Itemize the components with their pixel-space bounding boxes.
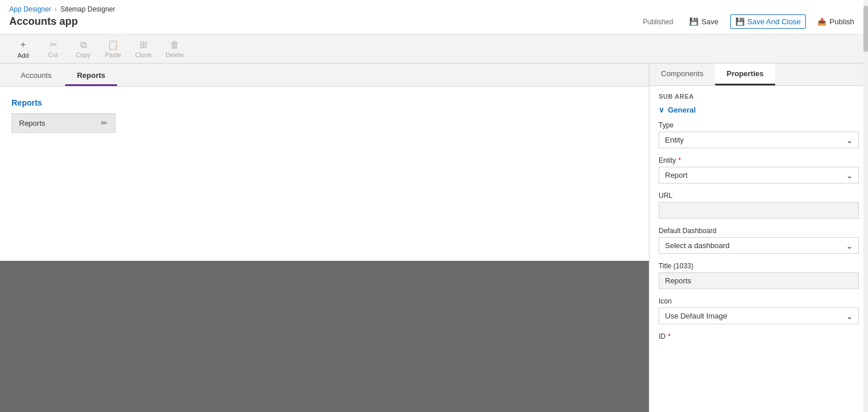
clone-icon: ⊞ [140,39,147,50]
entity-required-star: * [678,156,681,164]
title-label: Title (1033) [659,262,859,270]
chevron-down-icon: ∨ [659,106,664,114]
icon-select-wrapper: Use Default Image Custom [659,308,859,324]
default-dashboard-select-wrapper: Select a dashboard [659,237,859,254]
type-label: Type [659,121,859,129]
panel-tab-components[interactable]: Components [649,63,715,85]
toolbar: ＋ Add ✂ Cut ⧉ Copy 📋 Paste ⊞ Clone 🗑 Del… [0,35,868,63]
right-panel: Components Properties SUB AREA ∨ General… [649,63,868,412]
entity-select-wrapper: Report Account Contact Lead Opportunity [659,167,859,183]
entity-field-group: Entity * Report Account Contact Lead Opp… [659,156,859,183]
add-button[interactable]: ＋ Add [9,36,37,61]
edit-icon[interactable]: ✏ [101,118,108,128]
general-section-label: General [668,106,696,114]
title-input[interactable] [659,272,859,289]
breadcrumb: App Designer › Sitemap Designer [9,5,859,13]
breadcrumb-chevron: › [55,6,57,13]
save-button[interactable]: 💾 Save [685,15,723,28]
type-select[interactable]: Entity URL Web Resource Custom [659,132,859,148]
cut-label: Cut [48,51,58,58]
url-label: URL [659,192,859,200]
icon-field-group: Icon Use Default Image Custom [659,297,859,324]
default-dashboard-select[interactable]: Select a dashboard [659,237,859,254]
id-field-group: ID * [659,332,859,340]
delete-label: Delete [166,51,184,58]
title-field-group: Title (1033) [659,262,859,289]
clone-label: Clone [135,51,152,58]
default-dashboard-field-group: Default Dashboard Select a dashboard [659,227,859,254]
app-title: Accounts app [9,16,78,28]
paste-icon: 📋 [107,39,119,50]
entity-label: Entity * [659,156,859,164]
paste-button[interactable]: 📋 Paste [99,37,127,61]
main-layout: Accounts Reports Reports Reports ✏ Compo… [0,63,868,412]
type-field-group: Type Entity URL Web Resource Custom [659,121,859,148]
save-label: Save [701,17,719,26]
add-icon: ＋ [18,39,28,51]
subarea-item-label: Reports [19,119,46,128]
copy-button[interactable]: ⧉ Copy [69,38,97,61]
breadcrumb-app-designer[interactable]: App Designer [9,5,51,13]
panel-content: SUB AREA ∨ General Type Entity URL Web R… [649,86,868,412]
default-dashboard-label: Default Dashboard [659,227,859,235]
canvas-white: Reports Reports ✏ [0,87,649,261]
icon-select[interactable]: Use Default Image Custom [659,308,859,324]
publish-label: Publish [829,17,854,26]
id-required-star: * [668,332,671,340]
group-label: Reports [12,98,637,107]
canvas-area: Accounts Reports Reports Reports ✏ [0,63,649,412]
type-select-wrapper: Entity URL Web Resource Custom [659,132,859,148]
cut-button[interactable]: ✂ Cut [39,37,67,61]
panel-tab-properties[interactable]: Properties [715,63,775,85]
tab-accounts[interactable]: Accounts [9,66,63,86]
copy-icon: ⧉ [80,40,87,50]
id-label: ID * [659,332,859,340]
paste-label: Paste [105,51,121,58]
url-input[interactable] [659,202,859,219]
icon-label: Icon [659,297,859,305]
top-bar-row: Accounts app Published 💾 Save 💾 Save And… [9,14,859,29]
tab-reports[interactable]: Reports [65,66,117,86]
publish-icon: 📤 [817,17,826,26]
top-bar: App Designer › Sitemap Designer Accounts… [0,0,868,35]
entity-select[interactable]: Report Account Contact Lead Opportunity [659,167,859,183]
subarea-item[interactable]: Reports ✏ [12,113,115,133]
publish-button[interactable]: 📤 Publish [813,15,859,28]
panel-tabs: Components Properties [649,63,868,86]
breadcrumb-sitemap-designer: Sitemap Designer [60,5,115,13]
general-section-header[interactable]: ∨ General [659,106,859,114]
copy-label: Copy [76,51,91,58]
delete-icon: 🗑 [170,40,179,50]
tab-bar: Accounts Reports [0,63,649,87]
cut-icon: ✂ [50,39,57,50]
url-field-group: URL [659,192,859,219]
save-and-close-button[interactable]: 💾 Save And Close [730,14,806,29]
canvas-dark [0,261,649,412]
top-actions: Published 💾 Save 💾 Save And Close 📤 Publ… [642,14,859,29]
section-title: SUB AREA [659,93,859,100]
published-badge: Published [642,18,673,26]
add-label: Add [17,52,29,59]
save-close-label: Save And Close [747,17,801,26]
save-icon: 💾 [689,17,698,26]
save-close-icon: 💾 [735,17,745,26]
delete-button[interactable]: 🗑 Delete [160,38,190,61]
panel-scrollbar[interactable] [863,63,868,412]
clone-button[interactable]: ⊞ Clone [129,37,157,61]
